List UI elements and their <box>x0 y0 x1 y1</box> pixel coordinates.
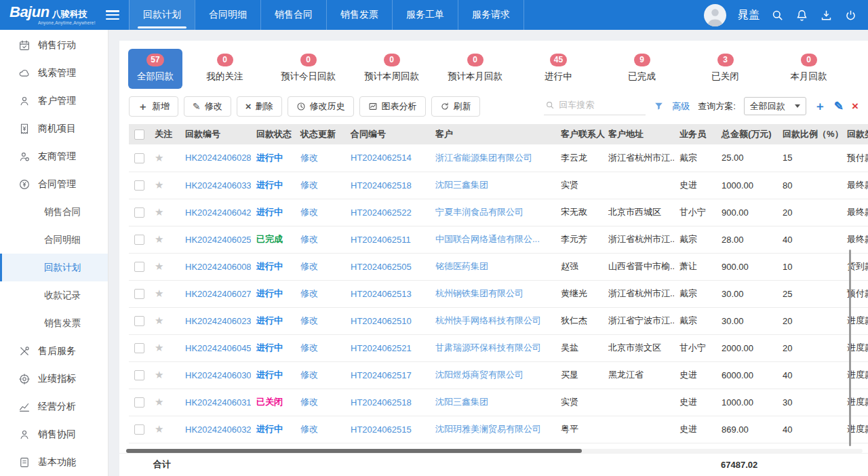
row-checkbox[interactable] <box>134 207 144 218</box>
sidebar-item[interactable]: 销售行动 <box>0 31 108 59</box>
row-checkbox[interactable] <box>134 370 144 380</box>
column-header[interactable]: 客户地址 <box>603 124 674 144</box>
stat-tab[interactable]: 0 本月回款 <box>767 49 850 89</box>
toolbar-button[interactable]: × 删除 <box>237 96 282 117</box>
contract-link[interactable]: HT2024062513 <box>351 289 412 299</box>
vertical-scrollbar-thumb[interactable] <box>849 250 851 446</box>
toolbar-button[interactable]: 修改历史 <box>288 96 354 117</box>
table-row[interactable]: ★ HK20242406033 进行中 修改 HT2024062518 沈阳三鑫… <box>129 172 868 199</box>
sidebar-item[interactable]: 商机项目 <box>0 115 108 142</box>
row-checkbox[interactable] <box>134 235 144 245</box>
search-icon[interactable] <box>771 9 784 22</box>
table-row[interactable]: ★ HK20242406025 已完成 修改 HT2024062511 中国联合… <box>129 226 868 253</box>
row-checkbox[interactable] <box>134 180 144 191</box>
stat-tab[interactable]: 0 预计本周回款 <box>350 49 433 89</box>
edit-scheme-button[interactable]: ✎ <box>834 100 844 112</box>
table-row[interactable]: ★ HK20242406008 进行中 修改 HT2024062505 铭德医药… <box>129 253 868 280</box>
sidebar-item[interactable]: 经营分析 <box>0 393 108 420</box>
table-row[interactable]: ★ HK20242406045 进行中 修改 HT2024062521 甘肃瑞源… <box>129 334 868 361</box>
advanced-filter-link[interactable]: 高级 <box>672 100 690 113</box>
filter-funnel-icon[interactable] <box>654 101 664 111</box>
payment-code-link[interactable]: HK20242406032 <box>185 424 251 435</box>
top-nav-tab[interactable]: 回款计划 <box>129 0 195 30</box>
sidebar-subitem[interactable]: 销售合同 <box>0 198 108 226</box>
payment-code-link[interactable]: HK20242406030 <box>185 370 251 380</box>
toolbar-button[interactable]: 图表分析 <box>359 96 426 117</box>
star-icon[interactable]: ★ <box>155 396 163 408</box>
modify-link[interactable]: 修改 <box>300 234 318 244</box>
contract-link[interactable]: HT2024062511 <box>351 235 411 245</box>
row-checkbox[interactable] <box>134 424 144 435</box>
sidebar-subitem[interactable]: 收款记录 <box>0 281 108 309</box>
stat-tab[interactable]: 3 已关闭 <box>684 49 767 89</box>
customer-link[interactable]: 甘肃瑞源环保科技有限公司 <box>435 342 541 353</box>
modify-link[interactable]: 修改 <box>300 207 318 217</box>
payment-code-link[interactable]: HK20242406023 <box>185 316 251 326</box>
stat-tab[interactable]: 9 已完成 <box>600 49 684 89</box>
contract-link[interactable]: HT2024062514 <box>351 153 412 163</box>
sidebar-item[interactable]: 业绩指标 <box>0 365 108 393</box>
payment-code-link[interactable]: HK20242406033 <box>185 180 251 191</box>
star-icon[interactable]: ★ <box>155 206 163 218</box>
row-checkbox[interactable] <box>134 289 144 299</box>
payment-code-link[interactable]: HK20242406031 <box>185 397 251 408</box>
sidebar-subitem[interactable]: 合同明细 <box>0 226 108 254</box>
top-nav-tab[interactable]: 合同明细 <box>195 0 260 30</box>
contract-link[interactable]: HT2024062515 <box>351 424 412 435</box>
customer-link[interactable]: 铭德医药集团 <box>435 261 488 271</box>
download-icon[interactable] <box>820 9 833 22</box>
modify-link[interactable]: 修改 <box>300 424 318 434</box>
customer-link[interactable]: 杭州快手网络科技有限公司 <box>435 315 541 325</box>
modify-link[interactable]: 修改 <box>300 288 318 298</box>
customer-link[interactable]: 中国联合网络通信有限公... <box>435 234 540 244</box>
row-checkbox[interactable] <box>134 397 144 408</box>
select-all-checkbox[interactable] <box>134 130 144 140</box>
contract-link[interactable]: HT2024062522 <box>351 207 412 218</box>
toolbar-button[interactable]: 刷新 <box>431 96 480 117</box>
table-row[interactable]: ★ HK20242406028 进行中 修改 HT2024062514 浙江省能… <box>129 144 868 172</box>
stat-tab[interactable]: 45 进行中 <box>517 49 600 89</box>
modify-link[interactable]: 修改 <box>300 342 318 353</box>
table-row[interactable]: ★ HK20242406032 进行中 修改 HT2024062515 沈阳玥雅… <box>129 416 868 443</box>
table-row[interactable]: ★ HK20242406042 进行中 修改 HT2024062522 宁夏丰润… <box>129 199 868 226</box>
customer-link[interactable]: 沈阳煜烁商贸有限公司 <box>435 370 524 380</box>
customer-link[interactable]: 沈阳三鑫集团 <box>435 397 488 407</box>
customer-link[interactable]: 宁夏丰润食品有限公司 <box>435 207 524 217</box>
toolbar-button[interactable]: ✎ 修改 <box>184 96 231 117</box>
scheme-select[interactable]: 全部回款 <box>744 97 806 115</box>
table-row[interactable]: ★ HK20242406031 已关闭 修改 HT2024062518 沈阳三鑫… <box>129 389 868 416</box>
star-icon[interactable]: ★ <box>155 287 163 299</box>
username[interactable]: 晁盖 <box>738 8 760 22</box>
stat-tab[interactable]: 0 预计今日回款 <box>267 49 350 89</box>
toolbar-button[interactable]: ＋ 新增 <box>129 96 178 117</box>
payment-code-link[interactable]: HK20242406045 <box>185 343 251 353</box>
table-row[interactable]: ★ HK20242406036 进行中 修改 HT2024062516 西藏高新… <box>129 443 868 449</box>
column-header[interactable]: 业务员 <box>674 124 716 144</box>
star-icon[interactable]: ★ <box>155 233 163 245</box>
column-header[interactable]: 关注 <box>149 124 180 144</box>
row-checkbox[interactable] <box>134 316 144 326</box>
avatar[interactable] <box>704 4 726 26</box>
power-icon[interactable] <box>844 9 857 22</box>
add-scheme-button[interactable]: ＋ <box>814 100 826 112</box>
row-checkbox[interactable] <box>134 262 144 272</box>
star-icon[interactable]: ★ <box>155 342 163 353</box>
stat-tab[interactable]: 0 预计本月回款 <box>433 49 517 89</box>
star-icon[interactable]: ★ <box>155 315 163 326</box>
contract-link[interactable]: HT2024062518 <box>351 180 412 191</box>
sidebar-item[interactable]: 线索管理 <box>0 59 108 87</box>
payment-code-link[interactable]: HK20242406042 <box>185 207 251 218</box>
sidebar-item[interactable]: 友商管理 <box>0 142 108 170</box>
modify-link[interactable]: 修改 <box>300 261 318 271</box>
table-row[interactable]: ★ HK20242406023 进行中 修改 HT2024062510 杭州快手… <box>129 307 868 334</box>
column-header[interactable]: 回款比例（%） <box>777 124 842 144</box>
payment-code-link[interactable]: HK20242406028 <box>185 153 251 163</box>
table-row[interactable]: ★ HK20242406027 进行中 修改 HT2024062513 杭州钢铁… <box>129 280 868 307</box>
modify-link[interactable]: 修改 <box>300 370 318 380</box>
column-header[interactable]: 合同编号 <box>345 124 430 144</box>
row-checkbox[interactable] <box>134 153 144 163</box>
sidebar-subitem[interactable]: 回款计划 <box>0 254 108 281</box>
sidebar-item[interactable]: 基本功能 <box>0 448 108 476</box>
star-icon[interactable]: ★ <box>155 423 163 435</box>
sidebar-item[interactable]: 合同管理 <box>0 170 108 198</box>
